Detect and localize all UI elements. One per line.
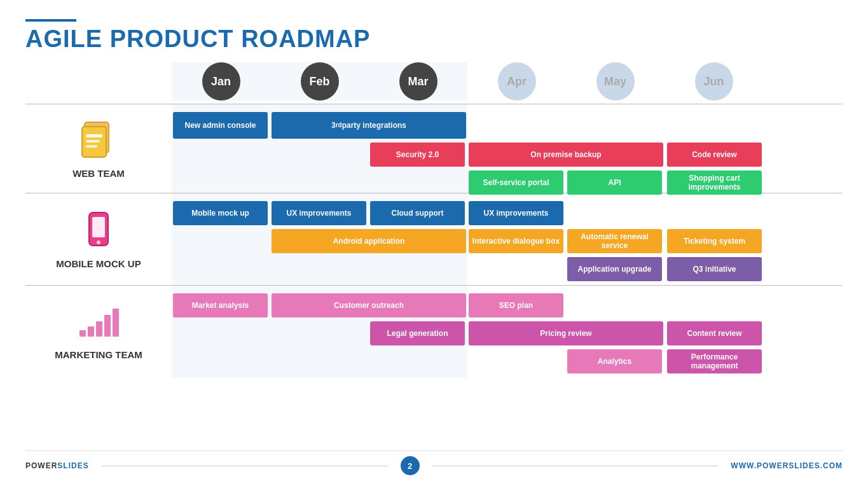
svg-rect-13 bbox=[96, 321, 102, 337]
month-apr: Apr bbox=[467, 62, 566, 101]
page-title: AGILE PRODUCT ROADMAP bbox=[25, 27, 843, 51]
title-plain: AGILE bbox=[25, 25, 110, 52]
task-on-premise-backup: On premise backup bbox=[469, 143, 663, 167]
page: AGILE PRODUCT ROADMAP Jan Feb Mar bbox=[0, 0, 868, 488]
task-code-review: Code review bbox=[667, 143, 762, 167]
mobile-team-icon bbox=[83, 209, 114, 253]
task-3rd-party: 3rd party integrations bbox=[272, 112, 466, 139]
task-pricing-review: Pricing review bbox=[469, 321, 663, 345]
month-circle-jan: Jan bbox=[202, 62, 240, 101]
task-shopping-cart: Shopping cart improvements bbox=[667, 171, 762, 195]
month-circle-jun: Jun bbox=[695, 62, 733, 101]
month-circle-mar: Mar bbox=[399, 62, 437, 101]
task-customer-outreach: Customer outreach bbox=[272, 293, 466, 317]
svg-rect-12 bbox=[88, 326, 94, 337]
header-line bbox=[25, 19, 76, 22]
mobile-team-tasks: Mobile mock up UX improvements Cloud sup… bbox=[172, 193, 843, 285]
month-mar: Mar bbox=[369, 62, 467, 101]
marketing-team-name: MARKETING TEAM bbox=[55, 349, 142, 360]
task-new-admin-console: New admin console bbox=[173, 112, 268, 139]
footer-page-number: 2 bbox=[401, 456, 420, 475]
web-team-name: WEB TEAM bbox=[72, 168, 125, 179]
task-ux-improvements-1: UX improvements bbox=[272, 201, 366, 225]
svg-rect-7 bbox=[86, 145, 97, 148]
marketing-team-icon bbox=[76, 303, 121, 344]
svg-rect-14 bbox=[104, 315, 111, 337]
task-api: API bbox=[567, 171, 662, 195]
title-colored: PRODUCT ROADMAP bbox=[110, 25, 371, 52]
task-android-app: Android application bbox=[272, 229, 466, 253]
brand-plain: POWER bbox=[25, 461, 57, 470]
footer: POWERSLIDES 2 WWW.POWERSLIDES.COM bbox=[25, 450, 843, 475]
task-q3-initiative: Q3 initiative bbox=[667, 257, 762, 281]
web-team-icon bbox=[79, 119, 118, 163]
mobile-team-name: MOBILE MOCK UP bbox=[56, 258, 141, 269]
web-team-label: WEB TEAM bbox=[25, 104, 172, 193]
task-content-review: Content review bbox=[667, 321, 762, 345]
month-circle-may: May bbox=[596, 62, 635, 101]
month-feb: Feb bbox=[270, 62, 369, 101]
task-interactive-dialogue: Interactive dialogue box bbox=[469, 229, 563, 253]
month-may: May bbox=[566, 62, 665, 101]
month-headers: Jan Feb Mar Apr May bbox=[172, 62, 843, 101]
task-self-service: Self-service portal bbox=[469, 171, 563, 195]
month-circle-feb: Feb bbox=[301, 62, 339, 101]
marketing-team-tasks: Market analysis Customer outreach SEO pl… bbox=[172, 286, 843, 378]
svg-rect-6 bbox=[86, 140, 100, 143]
web-team-row: WEB TEAM New admin console 3rd party int… bbox=[25, 104, 843, 193]
task-automatic-renewal: Automatic renewal service bbox=[567, 229, 662, 253]
web-team-tasks: New admin console 3rd party integrations… bbox=[172, 104, 843, 193]
task-cloud-support: Cloud support bbox=[370, 201, 465, 225]
footer-line-right bbox=[432, 466, 719, 466]
month-jun: Jun bbox=[665, 62, 763, 101]
task-performance-management: Performance management bbox=[667, 349, 762, 373]
month-circle-apr: Apr bbox=[498, 62, 536, 101]
task-app-upgrade: Application upgrade bbox=[567, 257, 662, 281]
footer-line-left bbox=[102, 466, 388, 466]
brand-colored: SLIDES bbox=[57, 461, 88, 470]
month-header-row: Jan Feb Mar Apr May bbox=[25, 62, 843, 104]
svg-point-10 bbox=[97, 241, 100, 244]
svg-rect-11 bbox=[79, 330, 86, 337]
header: AGILE PRODUCT ROADMAP bbox=[25, 19, 843, 51]
footer-website: WWW.POWERSLIDES.COM bbox=[731, 461, 843, 470]
task-security-20: Security 2.0 bbox=[370, 143, 465, 167]
footer-brand: POWERSLIDES bbox=[25, 461, 89, 470]
task-mobile-mockup: Mobile mock up bbox=[173, 201, 268, 225]
mobile-team-label: MOBILE MOCK UP bbox=[25, 193, 172, 285]
task-market-analysis: Market analysis bbox=[173, 293, 268, 317]
marketing-team-label: MARKETING TEAM bbox=[25, 286, 172, 378]
task-ticketing-system: Ticketing system bbox=[667, 229, 762, 253]
task-seo-plan: SEO plan bbox=[469, 293, 563, 317]
task-analytics: Analytics bbox=[567, 349, 662, 373]
marketing-team-row: MARKETING TEAM Market analysis Customer … bbox=[25, 286, 843, 378]
svg-rect-15 bbox=[113, 309, 119, 337]
task-ux-improvements-2: UX improvements bbox=[469, 201, 563, 225]
mobile-team-row: MOBILE MOCK UP Mobile mock up UX improve… bbox=[25, 193, 843, 286]
month-jan: Jan bbox=[172, 62, 270, 101]
task-legal-generation: Legal generation bbox=[370, 321, 465, 345]
svg-rect-9 bbox=[92, 217, 105, 237]
svg-rect-5 bbox=[86, 134, 102, 137]
content: Jan Feb Mar Apr May bbox=[25, 62, 843, 450]
